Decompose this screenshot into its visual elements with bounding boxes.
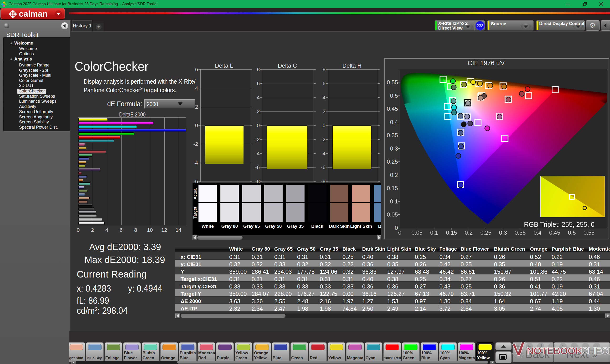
svg-text:CHECK: CHECK bbox=[581, 345, 610, 356]
svg-text:NOTEBOOK: NOTEBOOK bbox=[527, 345, 582, 356]
